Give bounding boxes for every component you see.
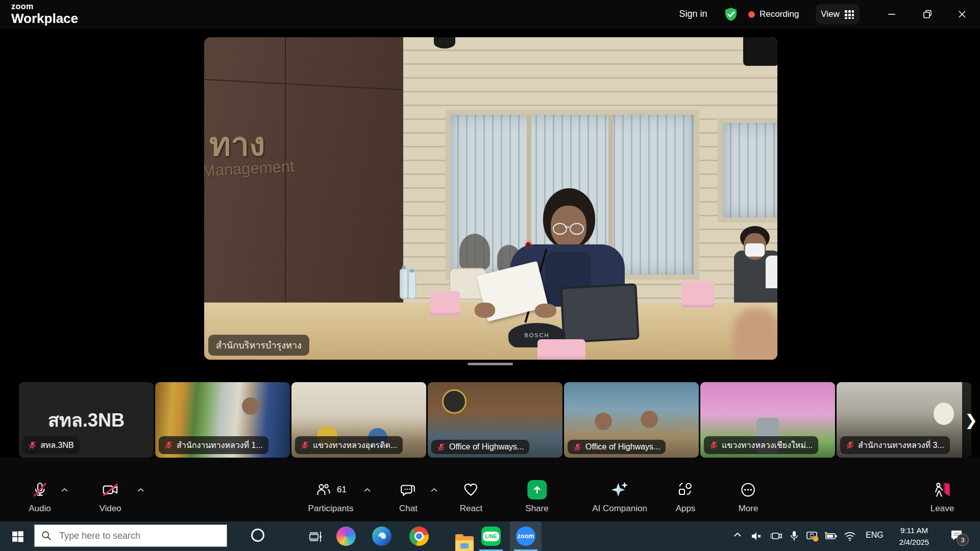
video-resize-handle[interactable] — [468, 363, 513, 365]
mic-brand-label: BOSCH — [524, 332, 549, 338]
minimize-icon — [887, 10, 896, 19]
minimize-button[interactable] — [881, 6, 902, 22]
time-text: 9:11 AM — [895, 524, 933, 536]
taskbar-clock[interactable]: 9:11 AM 2/4/2025 — [892, 524, 936, 549]
mic-muted-icon — [573, 443, 582, 452]
participant-tile[interactable]: Office of Highways... — [428, 382, 562, 458]
speaker-hand — [535, 304, 556, 318]
shield-check-icon[interactable] — [723, 7, 739, 22]
face-mask — [745, 243, 765, 257]
audio-options-chevron[interactable] — [60, 487, 69, 493]
tray-mic-icon — [789, 530, 799, 542]
taskbar-copilot[interactable] — [336, 527, 356, 546]
share-button[interactable]: Share — [522, 480, 551, 514]
leave-button[interactable]: Leave — [927, 480, 957, 514]
tray-battery[interactable] — [824, 531, 838, 540]
view-label: View — [821, 9, 840, 19]
mic-muted-icon — [28, 441, 37, 449]
tray-wifi[interactable] — [843, 531, 856, 541]
filmstrip-next-button[interactable]: ❯ — [962, 382, 980, 458]
video-options-chevron[interactable] — [136, 487, 145, 493]
apps-button[interactable]: Apps — [673, 480, 699, 514]
participant-name-pill: แขวงทางหลวงอุตรดิต... — [295, 436, 403, 454]
video-label: Video — [99, 504, 121, 514]
react-button[interactable]: React — [457, 480, 485, 514]
language-indicator[interactable]: ENG — [863, 530, 883, 540]
person — [595, 413, 612, 430]
water-bottle — [400, 268, 408, 299]
chat-options-chevron[interactable] — [429, 487, 439, 493]
participant-tile[interactable]: สำนักงานทางหลวงที่ 1... — [155, 382, 290, 458]
leave-door-icon — [933, 481, 952, 498]
notification-badge[interactable]: 3 — [957, 534, 969, 546]
audio-button[interactable]: Audio — [26, 480, 54, 514]
tablet-device — [560, 283, 640, 343]
speaker-muted-icon — [750, 531, 763, 542]
mic-muted-icon — [437, 443, 446, 452]
wall-speaker — [743, 37, 777, 66]
speaker-name-label: สำนักบริหารบำรุงทาง — [208, 335, 309, 356]
search-icon — [41, 530, 52, 541]
more-button[interactable]: More — [736, 480, 762, 514]
participant-name-pill: Office of Highways... — [431, 440, 529, 454]
taskbar-line[interactable]: LINE — [481, 527, 501, 546]
tray-microphone[interactable] — [789, 530, 799, 542]
participant-tile[interactable]: สทล.3NB สทล.3NB — [19, 382, 154, 458]
participants-options-chevron[interactable] — [362, 487, 372, 493]
glasses-lens — [553, 223, 567, 235]
mic-muted-icon — [846, 441, 854, 449]
start-button[interactable] — [8, 529, 26, 543]
water-bottle — [408, 271, 416, 299]
close-button[interactable] — [952, 6, 972, 22]
participant-tile[interactable]: สำนักงานทางหลวงที่ 3... — [837, 382, 971, 458]
participant-tile[interactable]: แขวงทางหลวงอุตรดิต... — [291, 382, 426, 458]
video-button[interactable]: Video — [96, 480, 124, 514]
heart-icon — [462, 481, 480, 498]
participant-tile[interactable]: Office of Highways... — [564, 382, 699, 458]
taskbar-edge[interactable] — [372, 527, 391, 546]
task-view-button[interactable] — [305, 529, 326, 544]
dartboard — [442, 389, 467, 414]
brand-zoom: zoom — [11, 3, 78, 11]
view-button[interactable]: View — [816, 4, 860, 24]
zoom-app-icon: zoom — [516, 527, 535, 546]
restore-button[interactable] — [917, 6, 938, 22]
pink-box — [681, 281, 714, 308]
zoom-workplace-logo: zoom Workplace — [11, 3, 78, 25]
participants-button[interactable]: 61 Participants — [305, 480, 357, 514]
search-input[interactable] — [58, 530, 213, 542]
chat-button[interactable]: Chat — [396, 480, 421, 514]
cortana-icon[interactable] — [251, 529, 264, 542]
participant-name: สทล.3NB — [40, 439, 74, 452]
taskbar-chrome[interactable] — [409, 527, 429, 546]
battery-icon — [824, 531, 838, 540]
recording-indicator[interactable]: Recording — [748, 9, 799, 19]
date-text: 2/4/2025 — [895, 536, 933, 548]
taskbar-zoom[interactable]: zoom — [516, 527, 535, 546]
tray-screen-sync[interactable] — [805, 530, 820, 543]
tray-expand-chevron[interactable] — [733, 532, 742, 538]
main-speaker-video[interactable]: ทาง Management — [204, 37, 777, 360]
close-icon — [958, 10, 967, 19]
glasses-lens — [570, 223, 584, 235]
chevron-up-icon — [733, 532, 742, 538]
audio-label: Audio — [29, 504, 51, 514]
ai-companion-button[interactable]: AI Companion — [589, 480, 650, 514]
mic-tip-light — [526, 242, 531, 247]
taskbar-search[interactable] — [34, 524, 227, 547]
tray-volume-muted[interactable] — [750, 531, 763, 542]
tray-camera[interactable] — [770, 531, 783, 542]
react-label: React — [460, 504, 482, 514]
grid-view-icon — [844, 9, 854, 19]
mic-muted-icon — [31, 481, 48, 498]
participant-name: สำนักงานทางหลวงที่ 3... — [858, 439, 944, 452]
participant-tile[interactable]: แขวงทางหลวงเชียงใหม่... — [700, 382, 835, 458]
apps-label: Apps — [676, 504, 696, 514]
sign-in-button[interactable]: Sign in — [676, 8, 710, 20]
participants-label: Participants — [308, 504, 354, 514]
recording-label: Recording — [760, 9, 799, 19]
screen-sync-icon — [805, 530, 820, 543]
pink-box — [537, 339, 585, 360]
ai-sparkle-icon — [610, 481, 629, 499]
taskbar-file-explorer[interactable] — [446, 527, 465, 546]
